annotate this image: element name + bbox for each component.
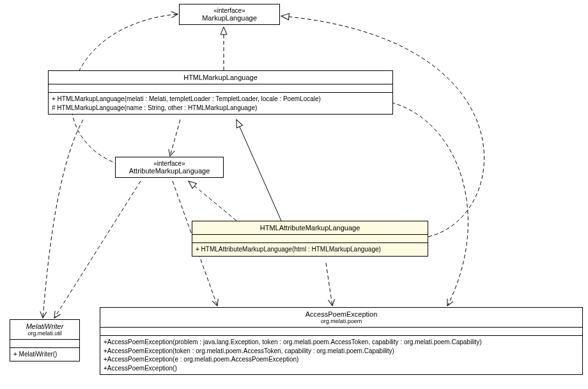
class-attribute-markup-language: «interface» AttributeMarkupLanguage (115, 157, 224, 178)
class-access-poem-exception: AccessPoemException org.melati.poem +Acc… (100, 307, 583, 375)
operations-compartment: + MelatiWriter() (10, 347, 79, 361)
class-melati-writer: MelatiWriter org.melati.util + MelatiWri… (10, 319, 80, 361)
stereotype-label: «interface» (119, 160, 220, 167)
attributes-compartment (100, 327, 582, 335)
package-name: org.melati.poem (104, 318, 579, 324)
edge-htmlattr-to-markup (281, 16, 484, 237)
package-name: org.melati.util (13, 330, 76, 337)
edge-htmlattr-to-attributeml (189, 181, 236, 221)
operation: +AccessPoemException(problem : java.lang… (104, 338, 579, 347)
operation: + MelatiWriter() (13, 350, 76, 359)
edge-htmlattr-to-html (236, 120, 281, 221)
operation: + HTMLAttributeMarkupLanguage(html : HTM… (196, 245, 424, 254)
operation: + HTMLMarkupLanguage(melati : Melati, te… (52, 95, 389, 104)
edge-html-to-attributeml (170, 120, 180, 156)
class-markup-language: «interface» MarkupLanguage (179, 4, 280, 25)
class-html-markup-language: HTMLMarkupLanguage + HTMLMarkupLanguage(… (48, 70, 393, 115)
class-html-attribute-markup-language: HTMLAttributeMarkupLanguage + HTMLAttrib… (192, 221, 428, 257)
class-name: MarkupLanguage (183, 14, 276, 22)
operations-compartment: + HTMLMarkupLanguage(melati : Melati, te… (49, 92, 392, 114)
operations-compartment: +AccessPoemException(problem : java.lang… (100, 335, 582, 374)
attributes-compartment (49, 84, 392, 92)
operation: +AccessPoemException() (104, 364, 579, 373)
class-name: HTMLAttributeMarkupLanguage (196, 224, 424, 232)
operation: +AccessPoemException(token : org.melati.… (104, 347, 579, 356)
stereotype-label: «interface» (183, 7, 276, 14)
edge-attributeml-to-melatiwriter (54, 181, 141, 318)
edge-html-to-melatiwriter (43, 120, 83, 318)
class-name: HTMLMarkupLanguage (52, 74, 389, 81)
class-name: AccessPoemException (104, 310, 579, 318)
edge-htmlattr-to-accesspoem (326, 263, 332, 306)
class-name: AttributeMarkupLanguage (119, 167, 220, 175)
attributes-compartment (10, 339, 79, 347)
operation: # HTMLMarkupLanguage(name : String, othe… (52, 104, 389, 113)
operation: +AccessPoemException(e : org.melati.poem… (104, 355, 579, 364)
operations-compartment: + HTMLAttributeMarkupLanguage(html : HTM… (192, 242, 428, 256)
attributes-compartment (192, 234, 428, 242)
class-name: MelatiWriter (13, 322, 76, 330)
edge-html-to-accesspoem (391, 102, 468, 306)
